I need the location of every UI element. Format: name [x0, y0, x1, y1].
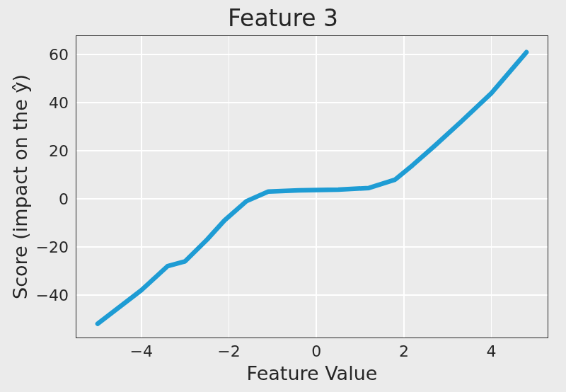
chart-container: Feature 3 −4−2024 −40−200204060 Feature …	[0, 0, 566, 392]
x-tick: 2	[399, 342, 409, 360]
y-tick: 40	[49, 94, 69, 112]
plot-frame	[76, 35, 548, 338]
y-tick: −20	[36, 238, 69, 255]
chart-title: Feature 3	[0, 4, 566, 32]
y-tick: 0	[59, 190, 69, 207]
x-tick: 0	[311, 342, 321, 360]
x-axis-label: Feature Value	[247, 362, 378, 384]
x-tick: 4	[487, 342, 497, 360]
y-tick: −40	[36, 286, 69, 304]
y-tick: 20	[49, 142, 69, 160]
y-axis-label: Score (impact on the ŷ)	[9, 74, 31, 299]
y-tick: 60	[49, 46, 69, 64]
x-tick: −2	[217, 342, 240, 360]
x-tick: −4	[130, 342, 153, 360]
